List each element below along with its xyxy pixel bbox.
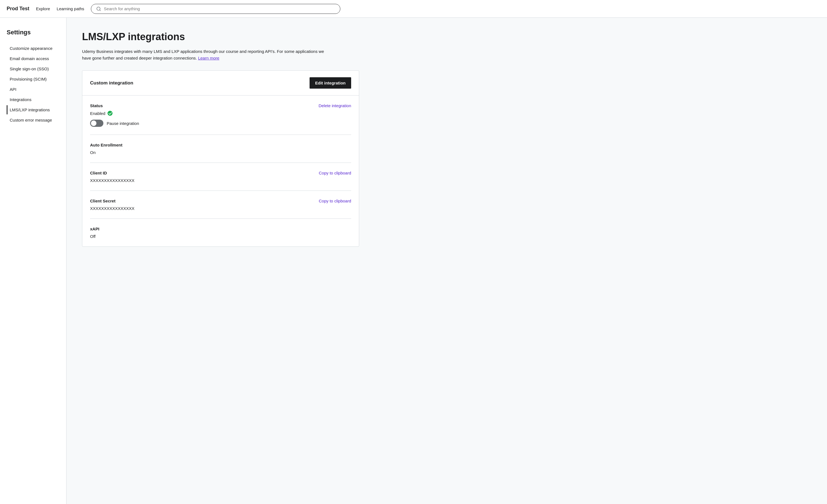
nav-explore[interactable]: Explore <box>36 6 50 11</box>
page-layout: Settings Customize appearance Email doma… <box>0 18 827 504</box>
pause-label: Pause integration <box>107 121 139 126</box>
page-description: Udemy Business integrates with many LMS … <box>82 48 332 61</box>
auto-enrollment-section: Auto Enrollment On <box>90 135 351 163</box>
status-row: Enabled <box>90 111 351 116</box>
integration-card: Custom integration Edit integration Stat… <box>82 70 359 247</box>
copy-client-id-link[interactable]: Copy to clipboard <box>319 171 351 175</box>
sidebar-item-customize-appearance[interactable]: Customize appearance <box>7 44 60 53</box>
client-secret-label: Client Secret <box>90 199 351 203</box>
toggle-row: Pause integration <box>90 120 351 127</box>
search-input[interactable] <box>104 6 335 11</box>
auto-enrollment-value: On <box>90 150 351 155</box>
edit-integration-button[interactable]: Edit integration <box>309 77 351 89</box>
learn-more-link[interactable]: Learn more <box>198 56 220 60</box>
client-id-label: Client ID <box>90 171 351 175</box>
sidebar-title: Settings <box>7 29 60 36</box>
sidebar-item-sso[interactable]: Single sign-on (SSO) <box>7 64 60 73</box>
card-header: Custom integration Edit integration <box>82 71 359 96</box>
nav-learning-paths[interactable]: Learning paths <box>57 6 84 11</box>
pause-toggle[interactable] <box>90 120 103 127</box>
copy-client-secret-link[interactable]: Copy to clipboard <box>319 199 351 203</box>
toggle-knob <box>91 120 96 126</box>
sidebar-item-custom-error[interactable]: Custom error message <box>7 115 60 125</box>
main-content: LMS/LXP integrations Udemy Business inte… <box>66 18 827 504</box>
sidebar-item-email-domain[interactable]: Email domain access <box>7 54 60 63</box>
status-section: Status Enabled Pause integration Delete … <box>90 96 351 135</box>
search-bar[interactable] <box>91 4 340 14</box>
client-id-value: XXXXXXXXXXXXXXXX <box>90 178 351 183</box>
status-label: Status <box>90 103 351 108</box>
sidebar-item-api[interactable]: API <box>7 85 60 94</box>
top-nav: Prod Test Explore Learning paths <box>0 0 827 18</box>
nav-links: Explore Learning paths <box>36 6 84 11</box>
page-title: LMS/LXP integrations <box>82 31 812 43</box>
delete-integration-link[interactable]: Delete integration <box>319 103 351 108</box>
search-icon <box>96 6 101 11</box>
sidebar-item-lms-lxp[interactable]: LMS/LXP integrations <box>7 105 60 114</box>
status-enabled-text: Enabled <box>90 111 105 116</box>
xapi-label: xAPI <box>90 227 351 231</box>
client-id-section: Client ID XXXXXXXXXXXXXXXX Copy to clipb… <box>90 163 351 191</box>
sidebar-item-integrations[interactable]: Integrations <box>7 95 60 104</box>
auto-enrollment-label: Auto Enrollment <box>90 143 351 147</box>
status-check-icon <box>107 111 112 116</box>
client-secret-section: Client Secret XXXXXXXXXXXXXXXX Copy to c… <box>90 191 351 219</box>
card-body: Status Enabled Pause integration Delete … <box>82 96 359 246</box>
card-title: Custom integration <box>90 80 133 86</box>
sidebar-nav: Customize appearance Email domain access… <box>7 44 60 125</box>
sidebar: Settings Customize appearance Email doma… <box>0 18 66 504</box>
xapi-value: Off <box>90 234 351 239</box>
svg-line-1 <box>99 10 100 10</box>
brand-logo[interactable]: Prod Test <box>7 6 30 12</box>
sidebar-item-provisioning[interactable]: Provisioning (SCIM) <box>7 74 60 83</box>
xapi-section: xAPI Off <box>90 219 351 246</box>
client-secret-value: XXXXXXXXXXXXXXXX <box>90 206 351 211</box>
